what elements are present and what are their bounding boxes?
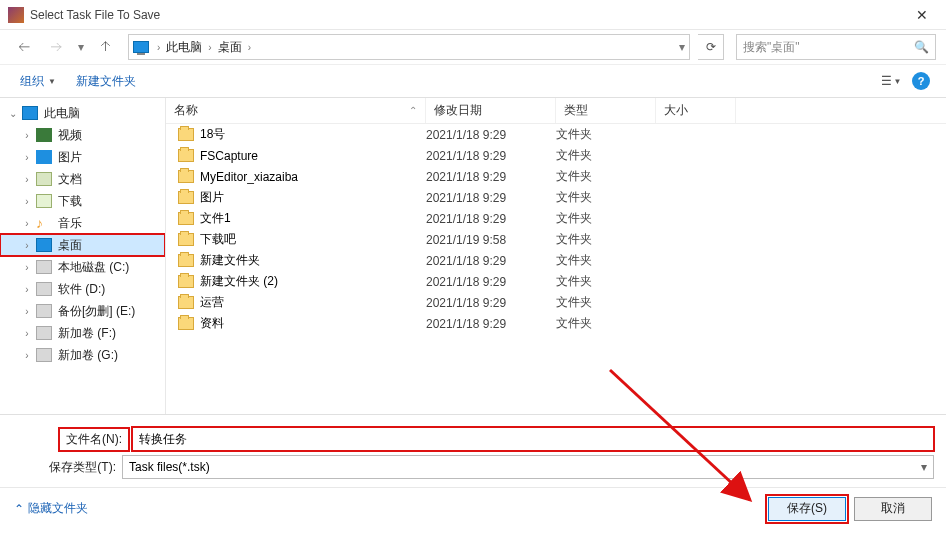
- help-button[interactable]: ?: [908, 68, 934, 94]
- file-type: 文件夹: [556, 294, 656, 311]
- app-icon: [8, 7, 24, 23]
- expand-icon[interactable]: ›: [20, 152, 34, 163]
- expand-icon[interactable]: ›: [20, 284, 34, 295]
- folder-icon: [178, 212, 194, 225]
- sidebar-item-doc[interactable]: ›文档: [0, 168, 165, 190]
- breadcrumb-pc[interactable]: 此电脑: [162, 37, 206, 58]
- sidebar-item-video[interactable]: ›视频: [0, 124, 165, 146]
- address-dropdown[interactable]: ▾: [679, 40, 685, 54]
- file-list[interactable]: 18号2021/1/18 9:29文件夹FSCapture2021/1/18 9…: [166, 124, 946, 414]
- expand-icon[interactable]: ›: [20, 350, 34, 361]
- col-type[interactable]: 类型: [556, 98, 656, 123]
- column-headers: 名称⌃ 修改日期 类型 大小: [166, 98, 946, 124]
- sidebar-item-label: 软件 (D:): [58, 281, 105, 298]
- expand-icon[interactable]: ›: [20, 328, 34, 339]
- search-input[interactable]: [743, 40, 914, 54]
- folder-icon: [178, 149, 194, 162]
- file-name: 下载吧: [200, 231, 236, 248]
- expand-icon[interactable]: ›: [20, 130, 34, 141]
- file-name: 资料: [200, 315, 224, 332]
- history-dropdown[interactable]: ▾: [74, 40, 88, 54]
- file-date: 2021/1/19 9:58: [426, 233, 556, 247]
- new-folder-button[interactable]: 新建文件夹: [68, 69, 144, 94]
- expand-icon[interactable]: ›: [20, 240, 34, 251]
- hide-folders-toggle[interactable]: ⌃ 隐藏文件夹: [14, 500, 88, 517]
- pc-icon: [133, 41, 149, 53]
- expand-icon[interactable]: ›: [20, 262, 34, 273]
- expand-icon[interactable]: ⌄: [6, 108, 20, 119]
- chevron-down-icon: ⌃: [14, 502, 24, 516]
- music-icon: ♪: [36, 216, 52, 230]
- breadcrumb-desktop[interactable]: 桌面: [214, 37, 246, 58]
- save-button[interactable]: 保存(S): [768, 497, 846, 521]
- search-box[interactable]: 🔍: [736, 34, 936, 60]
- file-name: 18号: [200, 126, 225, 143]
- file-row[interactable]: 图片2021/1/18 9:29文件夹: [166, 187, 946, 208]
- disk-icon: [36, 348, 52, 362]
- sidebar-item-down[interactable]: ›下载: [0, 190, 165, 212]
- file-date: 2021/1/18 9:29: [426, 212, 556, 226]
- nav-row: 🡠 🡢 ▾ 🡡 › 此电脑 › 桌面 › ▾ ⟳ 🔍: [0, 30, 946, 64]
- sidebar-item-label: 新加卷 (F:): [58, 325, 116, 342]
- sidebar-item-disk[interactable]: ›软件 (D:): [0, 278, 165, 300]
- down-icon: [36, 194, 52, 208]
- desk-icon: [36, 238, 52, 252]
- refresh-button[interactable]: ⟳: [698, 34, 724, 60]
- file-date: 2021/1/18 9:29: [426, 296, 556, 310]
- expand-icon[interactable]: ›: [20, 196, 34, 207]
- search-icon[interactable]: 🔍: [914, 40, 929, 54]
- close-button[interactable]: ✕: [902, 0, 942, 30]
- file-name: 运营: [200, 294, 224, 311]
- disk-icon: [36, 326, 52, 340]
- address-bar[interactable]: › 此电脑 › 桌面 › ▾: [128, 34, 690, 60]
- file-type: 文件夹: [556, 252, 656, 269]
- pc-icon: [22, 106, 38, 120]
- cancel-button[interactable]: 取消: [854, 497, 932, 521]
- file-row[interactable]: 新建文件夹2021/1/18 9:29文件夹: [166, 250, 946, 271]
- view-options-button[interactable]: ☰ ▼: [878, 68, 904, 94]
- col-size[interactable]: 大小: [656, 98, 736, 123]
- file-row[interactable]: 文件12021/1/18 9:29文件夹: [166, 208, 946, 229]
- file-name: 新建文件夹: [200, 252, 260, 269]
- sidebar-item-disk[interactable]: ›新加卷 (F:): [0, 322, 165, 344]
- forward-button[interactable]: 🡢: [42, 33, 70, 61]
- breadcrumb-sep[interactable]: ›: [206, 42, 213, 53]
- breadcrumb-sep[interactable]: ›: [246, 42, 253, 53]
- sidebar-item-label: 图片: [58, 149, 82, 166]
- folder-icon: [178, 233, 194, 246]
- file-row[interactable]: MyEditor_xiazaiba2021/1/18 9:29文件夹: [166, 166, 946, 187]
- file-row[interactable]: 新建文件夹 (2)2021/1/18 9:29文件夹: [166, 271, 946, 292]
- sidebar-item-pic[interactable]: ›图片: [0, 146, 165, 168]
- sidebar-item-disk[interactable]: ›备份[勿删] (E:): [0, 300, 165, 322]
- sidebar-item-desk[interactable]: ›桌面: [0, 234, 165, 256]
- up-button[interactable]: 🡡: [92, 33, 120, 61]
- pic-icon: [36, 150, 52, 164]
- file-row[interactable]: 运营2021/1/18 9:29文件夹: [166, 292, 946, 313]
- sidebar-item-label: 备份[勿删] (E:): [58, 303, 135, 320]
- folder-icon: [178, 317, 194, 330]
- file-row[interactable]: FSCapture2021/1/18 9:29文件夹: [166, 145, 946, 166]
- sidebar-item-mus[interactable]: ›♪音乐: [0, 212, 165, 234]
- filename-input[interactable]: [132, 427, 934, 451]
- organize-menu[interactable]: 组织▼: [12, 69, 64, 94]
- sidebar: ⌄ 此电脑 ›视频›图片›文档›下载›♪音乐›桌面›本地磁盘 (C:)›软件 (…: [0, 98, 166, 414]
- file-name: 图片: [200, 189, 224, 206]
- title-bar: Select Task File To Save ✕: [0, 0, 946, 30]
- file-row[interactable]: 18号2021/1/18 9:29文件夹: [166, 124, 946, 145]
- file-date: 2021/1/18 9:29: [426, 149, 556, 163]
- sidebar-root-pc[interactable]: ⌄ 此电脑: [0, 102, 165, 124]
- col-date[interactable]: 修改日期: [426, 98, 556, 123]
- expand-icon[interactable]: ›: [20, 174, 34, 185]
- sidebar-item-disk[interactable]: ›本地磁盘 (C:): [0, 256, 165, 278]
- file-row[interactable]: 资料2021/1/18 9:29文件夹: [166, 313, 946, 334]
- sidebar-item-label: 视频: [58, 127, 82, 144]
- sidebar-item-disk[interactable]: ›新加卷 (G:): [0, 344, 165, 366]
- file-row[interactable]: 下载吧2021/1/19 9:58文件夹: [166, 229, 946, 250]
- back-button[interactable]: 🡠: [10, 33, 38, 61]
- col-name[interactable]: 名称⌃: [166, 98, 426, 123]
- filetype-select[interactable]: Task files(*.tsk) ▾: [122, 455, 934, 479]
- expand-icon[interactable]: ›: [20, 218, 34, 229]
- expand-icon[interactable]: ›: [20, 306, 34, 317]
- file-date: 2021/1/18 9:29: [426, 317, 556, 331]
- breadcrumb-sep[interactable]: ›: [155, 42, 162, 53]
